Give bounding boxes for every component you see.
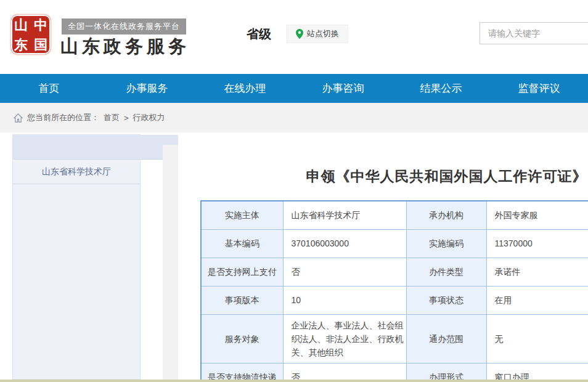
- cell-label2: 事项状态: [406, 286, 486, 314]
- site-level-label: 省级: [247, 26, 271, 43]
- main-content: 申领《中华人民共和国外国人工作许可证》 实施主体山东省科学技术厅承办机构外国专家…: [178, 132, 588, 382]
- sidebar-item-山东省科学技术厅[interactable]: 山东省科学技术厅: [13, 160, 140, 184]
- breadcrumb-prefix: 您当前所在的位置：: [27, 112, 99, 123]
- home-icon: [14, 113, 23, 123]
- cell-value2: 无: [486, 314, 588, 363]
- cell-value2: 在用: [486, 286, 588, 314]
- seal-char: 山: [11, 15, 31, 35]
- table-row: 事项版本10事项状态在用: [201, 286, 588, 314]
- site-switch-button[interactable]: 站点切换: [287, 25, 348, 43]
- table-row: 服务对象企业法人、事业法人、社会组织法人、非法人企业、行政机关、其他组织通办范围…: [201, 314, 588, 363]
- cell-value1: 企业法人、事业法人、社会组织法人、非法人企业、行政机关、其他组织: [283, 314, 406, 363]
- content-divider-strip: [163, 145, 178, 380]
- cell-label1: 事项版本: [201, 286, 283, 314]
- footer-top-edge: [0, 380, 588, 382]
- service-info-table: 实施主体山东省科学技术厅承办机构外国专家服基本编码370106003000实施编…: [200, 200, 588, 382]
- seal-char: 中: [31, 15, 51, 35]
- page: 山中东国 全国一体化在线政务服务平台 山东政务服务 省级 站点切换 首页办事服务…: [0, 0, 588, 382]
- table-row: 基本编码370106003000实施编码11370000: [201, 229, 588, 258]
- nav-item-5[interactable]: 结果公示: [392, 74, 490, 103]
- cell-value2: 11370000: [486, 229, 588, 258]
- breadcrumb-home-link[interactable]: 首页: [104, 112, 120, 123]
- nav-item-6[interactable]: 监督评议: [490, 74, 588, 103]
- nav-item-1[interactable]: 首页: [0, 74, 98, 103]
- table-row: 实施主体山东省科学技术厅承办机构外国专家服: [201, 201, 588, 229]
- cell-label2: 实施编码: [406, 229, 486, 258]
- shandong-seal-logo[interactable]: 山中东国: [11, 15, 51, 54]
- platform-badge: 全国一体化在线政务服务平台: [62, 18, 186, 35]
- cell-label1: 服务对象: [201, 314, 283, 363]
- site-brand-title: 山东政务服务: [60, 35, 190, 59]
- page-title: 申领《中华人民共和国外国人工作许可证》: [178, 167, 588, 186]
- breadcrumb-current: 行政权力: [133, 112, 165, 123]
- info-table-body: 实施主体山东省科学技术厅承办机构外国专家服基本编码370106003000实施编…: [201, 201, 588, 382]
- cell-label1: 基本编码: [201, 229, 283, 258]
- cell-value1: 370106003000: [283, 229, 406, 258]
- cell-value2: 承诺件: [486, 258, 588, 286]
- site-header: 山中东国 全国一体化在线政务服务平台 山东政务服务 省级 站点切换: [0, 0, 588, 74]
- nav-item-3[interactable]: 在线办理: [196, 74, 294, 103]
- cell-value1: 10: [283, 286, 406, 314]
- main-nav: 首页办事服务在线办理办事咨询结果公示监督评议: [0, 74, 588, 103]
- cell-label1: 是否支持网上支付: [201, 258, 283, 286]
- cell-label2: 承办机构: [406, 201, 486, 229]
- nav-item-2[interactable]: 办事服务: [98, 74, 196, 103]
- sidebar: 事项类型行政许可所属部门山东省科学技术厅结果公示我要咨询我要投诉我要收藏: [12, 134, 141, 380]
- cell-value1: 山东省科学技术厅: [283, 201, 406, 229]
- table-row: 是否支持网上支付否办件类型承诺件: [201, 258, 588, 286]
- breadcrumb: 您当前所在的位置： 首页 > 行政权力: [0, 103, 588, 132]
- breadcrumb-separator: >: [124, 113, 129, 123]
- cell-value1: 否: [283, 258, 406, 286]
- cell-label1: 实施主体: [201, 201, 283, 229]
- location-pin-icon: [296, 29, 303, 39]
- cell-label2: 办件类型: [406, 258, 486, 286]
- cell-label2: 通办范围: [406, 314, 486, 363]
- search-box: [480, 22, 588, 44]
- sidebar-filler: [13, 184, 140, 379]
- cell-value2: 外国专家服: [486, 201, 588, 229]
- seal-char: 东: [11, 35, 31, 54]
- nav-item-4[interactable]: 办事咨询: [294, 74, 392, 103]
- search-input[interactable]: [480, 23, 588, 44]
- site-switch-label: 站点切换: [307, 28, 339, 39]
- seal-char: 国: [31, 35, 51, 54]
